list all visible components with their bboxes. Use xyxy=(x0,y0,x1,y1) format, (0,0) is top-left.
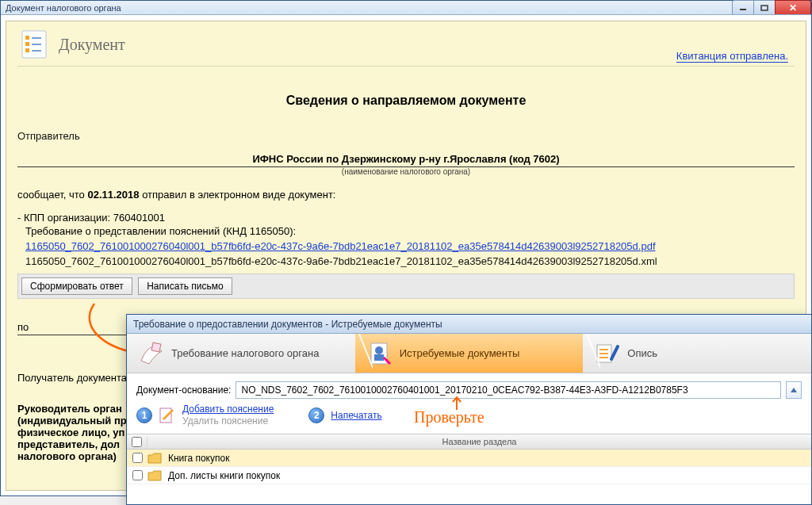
edit-note-icon xyxy=(159,407,176,424)
sent-prefix: сообщает, что xyxy=(17,189,87,201)
kpp-line: КПП организации: 760401001 xyxy=(25,212,795,224)
actions-row: 1 Добавить пояснение Удалить пояснение 2… xyxy=(127,404,811,434)
grid-row[interactable]: Книга покупок xyxy=(127,450,811,467)
grid-header-name: Название раздела xyxy=(147,437,811,446)
sent-suffix: отправил в электронном виде документ: xyxy=(140,189,336,201)
folder-icon xyxy=(147,470,162,481)
basis-dropdown-button[interactable] xyxy=(786,381,802,399)
basis-document-label: Документ-основание: xyxy=(136,384,231,396)
select-all-checkbox[interactable] xyxy=(132,437,142,447)
annotation-up-arrow-icon xyxy=(450,396,463,410)
form-answer-button[interactable]: Сформировать ответ xyxy=(21,277,132,295)
calendar-book-icon xyxy=(138,340,165,367)
document-heading: Документ xyxy=(59,36,125,54)
page-title: Сведения о направляемом документе xyxy=(17,94,795,108)
wizard-step-requirement[interactable]: Требование налогового органа xyxy=(127,334,355,373)
window-title: Документ налогового органа xyxy=(6,3,121,13)
sent-date: 02.11.2018 xyxy=(87,189,139,201)
sender-value: ИФНС России по Дзержинскому р-ну г.Яросл… xyxy=(17,153,795,165)
print-link[interactable]: Напечатать xyxy=(331,410,381,421)
receipt-sent-link[interactable]: Квитанция отправлена. xyxy=(676,50,788,63)
grid-row[interactable]: Доп. листы книги покупок xyxy=(127,467,811,484)
step3-label: Опись xyxy=(627,347,657,359)
svg-rect-9 xyxy=(151,342,161,352)
add-explanation-link[interactable]: Добавить пояснение xyxy=(182,404,274,415)
svg-rect-12 xyxy=(374,354,384,361)
dialog-title: Требование о предоставлении документов -… xyxy=(133,319,442,330)
pdf-link[interactable]: 1165050_7602_761001000276040l001_b57fb6f… xyxy=(25,240,656,252)
grid-header: Название раздела xyxy=(127,434,811,450)
requirements-dialog: Требование о предоставлении документов -… xyxy=(126,314,812,505)
svg-rect-3 xyxy=(25,36,29,40)
basis-document-input[interactable] xyxy=(236,381,781,399)
document-icon xyxy=(17,28,51,61)
row-checkbox[interactable] xyxy=(132,453,143,463)
window-maximize-button[interactable] xyxy=(753,0,776,14)
window-minimize-button[interactable] xyxy=(732,0,754,14)
sender-label: Отправитель xyxy=(17,130,795,142)
svg-point-11 xyxy=(375,346,383,354)
row-label: Доп. листы книги покупок xyxy=(167,470,280,481)
row-label: Книга покупок xyxy=(167,453,229,464)
step2-label: Истребуемые документы xyxy=(400,347,520,359)
dialog-titlebar[interactable]: Требование о предоставлении документов -… xyxy=(127,315,811,334)
folder-icon xyxy=(147,453,162,464)
delete-explanation-link: Удалить пояснение xyxy=(182,415,274,427)
row-checkbox[interactable] xyxy=(132,470,143,480)
requirement-line: Требование о представлении пояснений (КН… xyxy=(25,225,795,237)
svg-rect-7 xyxy=(25,48,29,52)
xml-filename: 1165050_7602_761001000276040l001_b57fb6f… xyxy=(25,255,795,267)
button-bar: Сформировать ответ Написать письмо xyxy=(17,274,795,299)
svg-rect-1 xyxy=(761,6,768,10)
sent-line: сообщает, что 02.11.2018 отправил в элек… xyxy=(17,189,795,201)
step-number-badge-2: 2 xyxy=(308,407,324,423)
wizard-step-inventory[interactable]: Опись xyxy=(583,334,811,373)
wizard-steps: Требование налогового органа Истребуемые… xyxy=(127,334,811,373)
svg-rect-5 xyxy=(25,42,29,46)
step1-label: Требование налогового органа xyxy=(171,347,319,359)
write-letter-button[interactable]: Написать письмо xyxy=(138,277,232,295)
wizard-step-documents[interactable]: Истребуемые документы xyxy=(355,334,584,373)
sender-subcaption: (наименование налогового органа) xyxy=(17,167,795,176)
chevron-up-icon xyxy=(791,388,797,392)
step-number-badge-1: 1 xyxy=(136,407,152,423)
window-titlebar[interactable]: Документ налогового органа ✕ xyxy=(1,1,811,15)
window-close-button[interactable]: ✕ xyxy=(775,0,811,14)
